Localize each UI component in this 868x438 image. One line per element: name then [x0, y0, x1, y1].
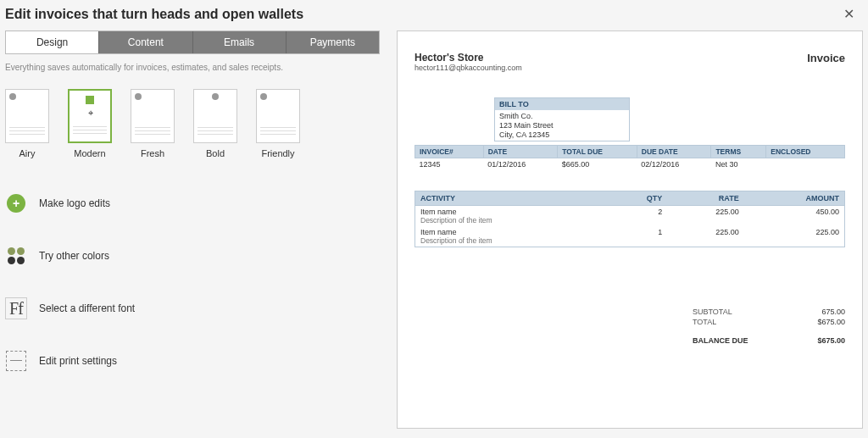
bill-to-box: BILL TO Smith Co. 123 Main Street City, …: [494, 97, 630, 141]
meta-header: DATE: [483, 146, 558, 158]
template-row: Airy ⌖ Modern Fresh Bold Friendly: [5, 89, 380, 158]
item-qty: 2: [609, 206, 668, 227]
item-name: Item name: [420, 208, 604, 216]
item-desc: Description of the item: [420, 236, 604, 245]
total-label: TOTAL: [693, 318, 716, 326]
totals: SUBTOTAL 675.00 TOTAL $675.00 BALANCE DU…: [693, 307, 845, 346]
bill-to-street: 123 Main Street: [499, 121, 625, 130]
tab-payments[interactable]: Payments: [287, 31, 379, 53]
meta-header: TERMS: [711, 146, 766, 158]
invoice-preview: Hector's Store hector111@qbkaccounting.c…: [397, 30, 863, 429]
template-fresh[interactable]: Fresh: [131, 89, 175, 158]
item-amount: 225.00: [744, 226, 845, 247]
bill-to-city: City, CA 12345: [499, 130, 625, 140]
template-modern[interactable]: ⌖ Modern: [68, 89, 112, 158]
option-logo-edits[interactable]: + Make logo edits: [5, 192, 380, 214]
option-label: Select a different font: [39, 302, 135, 314]
template-label: Modern: [74, 148, 105, 158]
template-label: Airy: [19, 148, 36, 158]
option-label: Edit print settings: [39, 355, 117, 367]
table-row: Item name Description of the item 1 225.…: [415, 226, 845, 247]
subtotal-value: 675.00: [821, 308, 845, 316]
option-try-colors[interactable]: Try other colors: [5, 245, 380, 267]
bill-to-label: BILL TO: [495, 98, 629, 110]
template-airy[interactable]: Airy: [5, 89, 49, 158]
font-icon: Ff: [5, 297, 27, 319]
invoice-title: Invoice: [807, 52, 845, 64]
total-value: $675.00: [817, 318, 845, 326]
item-amount: 450.00: [744, 206, 845, 227]
meta-header: INVOICE#: [415, 146, 484, 158]
balance-label: BALANCE DUE: [693, 336, 748, 345]
bill-to-name: Smith Co.: [499, 112, 625, 121]
subtotal-label: SUBTOTAL: [693, 308, 732, 316]
meta-value: Net 30: [711, 158, 766, 171]
item-rate: 225.00: [667, 226, 743, 247]
modal-header: Edit invoices that turn heads and open w…: [0, 0, 868, 30]
option-label: Try other colors: [39, 250, 109, 262]
meta-value: 02/12/2016: [637, 158, 711, 171]
palette-icon: [5, 245, 27, 267]
meta-header: TOTAL DUE: [558, 146, 637, 158]
option-select-font[interactable]: Ff Select a different font: [5, 297, 380, 319]
meta-value: 01/12/2016: [483, 158, 558, 171]
template-label: Friendly: [261, 148, 294, 158]
meta-value: 12345: [415, 158, 484, 171]
template-label: Bold: [206, 148, 225, 158]
template-friendly[interactable]: Friendly: [256, 89, 300, 158]
items-table: ACTIVITY QTY RATE AMOUNT Item name Descr…: [415, 191, 845, 247]
tabs: Design Content Emails Payments: [5, 30, 380, 54]
tab-emails[interactable]: Emails: [193, 31, 287, 53]
item-header: ACTIVITY: [415, 191, 609, 206]
template-label: Fresh: [141, 148, 164, 158]
company-email: hector111@qbkaccounting.com: [415, 64, 522, 72]
item-qty: 1: [609, 226, 668, 247]
cursor-icon: ⌖: [88, 108, 93, 119]
meta-table: INVOICE# DATE TOTAL DUE DUE DATE TERMS E…: [415, 145, 845, 170]
item-desc: Description of the item: [420, 216, 604, 225]
meta-header: DUE DATE: [637, 146, 711, 158]
item-header: QTY: [609, 191, 668, 206]
item-header: AMOUNT: [744, 191, 845, 206]
tab-design[interactable]: Design: [6, 31, 99, 53]
plus-icon: +: [5, 192, 27, 214]
item-name: Item name: [420, 228, 604, 236]
meta-value: $665.00: [558, 158, 637, 171]
item-header: RATE: [667, 191, 743, 206]
item-rate: 225.00: [667, 206, 743, 227]
table-row: Item name Description of the item 2 225.…: [415, 206, 845, 227]
page-title: Edit invoices that turn heads and open w…: [5, 7, 303, 22]
print-layout-icon: [5, 350, 27, 372]
balance-value: $675.00: [817, 336, 845, 345]
close-icon[interactable]: ✕: [838, 4, 860, 24]
option-label: Make logo edits: [39, 197, 110, 209]
company-name: Hector's Store: [415, 52, 522, 64]
meta-value: [766, 158, 845, 171]
autosave-note: Everything saves automatically for invoi…: [5, 63, 380, 72]
left-panel: Design Content Emails Payments Everythin…: [5, 30, 380, 429]
meta-header: ENCLOSED: [766, 146, 845, 158]
option-print-settings[interactable]: Edit print settings: [5, 350, 380, 372]
template-bold[interactable]: Bold: [193, 89, 237, 158]
tab-content[interactable]: Content: [99, 31, 192, 53]
